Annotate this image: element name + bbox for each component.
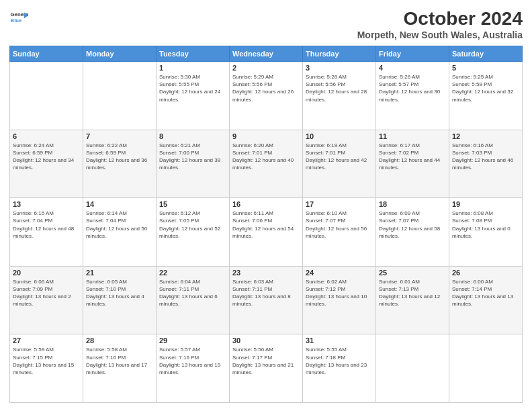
day-number: 18 [379,200,446,208]
day-number: 6 [13,132,80,140]
cell-info: Sunrise: 6:09 AMSunset: 7:07 PMDaylight:… [379,210,446,240]
calendar-cell: 21Sunrise: 6:05 AMSunset: 7:10 PMDayligh… [83,266,157,334]
calendar-week-row: 1Sunrise: 5:30 AMSunset: 5:55 PMDaylight… [10,62,523,130]
calendar-cell: 20Sunrise: 6:06 AMSunset: 7:09 PMDayligh… [10,266,83,334]
cell-info: Sunrise: 6:10 AMSunset: 7:07 PMDaylight:… [306,210,373,240]
cell-info: Sunrise: 6:16 AMSunset: 7:03 PMDaylight:… [452,142,519,172]
calendar-cell: 15Sunrise: 6:12 AMSunset: 7:05 PMDayligh… [157,198,230,267]
subtitle: Morpeth, New South Wales, Australia [357,30,523,40]
day-number: 27 [13,336,80,345]
calendar-cell: 10Sunrise: 6:19 AMSunset: 7:01 PMDayligh… [303,130,376,198]
col-saturday: Saturday [449,46,523,62]
day-number: 30 [232,336,300,345]
day-number: 15 [159,200,226,208]
calendar-cell: 29Sunrise: 5:57 AMSunset: 7:16 PMDayligh… [157,334,230,403]
cell-info: Sunrise: 6:11 AMSunset: 7:06 PMDaylight:… [232,210,300,240]
cell-info: Sunrise: 6:04 AMSunset: 7:11 PMDaylight:… [159,278,226,308]
page: General Blue October 2024 Morpeth, New S… [0,0,532,411]
cell-info: Sunrise: 6:01 AMSunset: 7:13 PMDaylight:… [379,278,446,308]
cell-info: Sunrise: 6:02 AMSunset: 7:12 PMDaylight:… [306,278,373,308]
calendar-cell: 9Sunrise: 6:20 AMSunset: 7:01 PMDaylight… [230,130,303,198]
day-number: 8 [159,132,226,140]
svg-text:Blue: Blue [11,17,23,24]
day-number: 22 [159,269,226,277]
calendar-cell: 18Sunrise: 6:09 AMSunset: 7:07 PMDayligh… [376,198,449,267]
cell-info: Sunrise: 6:00 AMSunset: 7:14 PMDaylight:… [452,278,519,308]
header: General Blue October 2024 Morpeth, New S… [9,8,523,40]
day-number: 13 [13,200,80,208]
day-number: 7 [86,132,153,140]
col-tuesday: Tuesday [157,46,230,62]
day-number: 2 [232,64,300,72]
cell-info: Sunrise: 5:59 AMSunset: 7:15 PMDaylight:… [13,346,80,376]
day-number: 23 [232,269,300,277]
calendar-cell: 28Sunrise: 5:58 AMSunset: 7:16 PMDayligh… [83,334,157,403]
cell-info: Sunrise: 6:14 AMSunset: 7:04 PMDaylight:… [86,210,153,240]
calendar-cell: 24Sunrise: 6:02 AMSunset: 7:12 PMDayligh… [303,266,376,334]
cell-info: Sunrise: 6:05 AMSunset: 7:10 PMDaylight:… [86,278,153,308]
logo-icon: General Blue [9,8,28,27]
calendar-cell: 14Sunrise: 6:14 AMSunset: 7:04 PMDayligh… [83,198,157,267]
cell-info: Sunrise: 5:57 AMSunset: 7:16 PMDaylight:… [159,346,226,376]
cell-info: Sunrise: 5:30 AMSunset: 5:55 PMDaylight:… [159,73,226,103]
calendar-cell [83,62,157,130]
calendar-cell: 12Sunrise: 6:16 AMSunset: 7:03 PMDayligh… [449,130,523,198]
calendar-cell [449,334,523,403]
cell-info: Sunrise: 6:06 AMSunset: 7:09 PMDaylight:… [13,278,80,308]
day-number: 16 [232,200,300,208]
cell-info: Sunrise: 6:24 AMSunset: 6:59 PMDaylight:… [13,142,80,172]
calendar-cell: 3Sunrise: 5:28 AMSunset: 5:56 PMDaylight… [303,62,376,130]
day-number: 20 [13,269,80,277]
cell-info: Sunrise: 6:20 AMSunset: 7:01 PMDaylight:… [232,142,300,172]
day-number: 11 [379,132,446,140]
day-number: 3 [306,64,373,72]
col-wednesday: Wednesday [230,46,303,62]
calendar-cell: 13Sunrise: 6:15 AMSunset: 7:04 PMDayligh… [10,198,83,267]
day-number: 28 [86,336,153,345]
day-number: 12 [452,132,519,140]
calendar-cell: 30Sunrise: 5:56 AMSunset: 7:17 PMDayligh… [230,334,303,403]
cell-info: Sunrise: 6:17 AMSunset: 7:02 PMDaylight:… [379,142,446,172]
day-number: 1 [159,64,226,72]
calendar-cell: 17Sunrise: 6:10 AMSunset: 7:07 PMDayligh… [303,198,376,267]
calendar-cell: 2Sunrise: 5:29 AMSunset: 5:56 PMDaylight… [230,62,303,130]
cell-info: Sunrise: 5:58 AMSunset: 7:16 PMDaylight:… [86,346,153,376]
calendar-header-row: Sunday Monday Tuesday Wednesday Thursday… [10,46,523,62]
cell-info: Sunrise: 6:22 AMSunset: 6:59 PMDaylight:… [86,142,153,172]
calendar-cell: 6Sunrise: 6:24 AMSunset: 6:59 PMDaylight… [10,130,83,198]
cell-info: Sunrise: 6:19 AMSunset: 7:01 PMDaylight:… [306,142,373,172]
calendar-week-row: 6Sunrise: 6:24 AMSunset: 6:59 PMDaylight… [10,130,523,198]
calendar-cell: 16Sunrise: 6:11 AMSunset: 7:06 PMDayligh… [230,198,303,267]
col-friday: Friday [376,46,449,62]
col-sunday: Sunday [10,46,83,62]
cell-info: Sunrise: 6:08 AMSunset: 7:08 PMDaylight:… [452,210,519,240]
calendar-cell: 19Sunrise: 6:08 AMSunset: 7:08 PMDayligh… [449,198,523,267]
day-number: 26 [452,269,519,277]
main-title: October 2024 [357,8,523,30]
calendar-week-row: 13Sunrise: 6:15 AMSunset: 7:04 PMDayligh… [10,198,523,267]
calendar-cell: 5Sunrise: 5:25 AMSunset: 5:58 PMDaylight… [449,62,523,130]
calendar-cell: 22Sunrise: 6:04 AMSunset: 7:11 PMDayligh… [157,266,230,334]
calendar-cell: 11Sunrise: 6:17 AMSunset: 7:02 PMDayligh… [376,130,449,198]
day-number: 19 [452,200,519,208]
cell-info: Sunrise: 6:21 AMSunset: 7:00 PMDaylight:… [159,142,226,172]
day-number: 14 [86,200,153,208]
calendar-cell: 23Sunrise: 6:03 AMSunset: 7:11 PMDayligh… [230,266,303,334]
calendar-cell: 4Sunrise: 5:26 AMSunset: 5:57 PMDaylight… [376,62,449,130]
cell-info: Sunrise: 6:03 AMSunset: 7:11 PMDaylight:… [232,278,300,308]
calendar-cell: 7Sunrise: 6:22 AMSunset: 6:59 PMDaylight… [83,130,157,198]
cell-info: Sunrise: 5:25 AMSunset: 5:58 PMDaylight:… [452,73,519,103]
calendar-cell: 1Sunrise: 5:30 AMSunset: 5:55 PMDaylight… [157,62,230,130]
calendar-cell: 26Sunrise: 6:00 AMSunset: 7:14 PMDayligh… [449,266,523,334]
cell-info: Sunrise: 5:26 AMSunset: 5:57 PMDaylight:… [379,73,446,103]
cell-info: Sunrise: 5:56 AMSunset: 7:17 PMDaylight:… [232,346,300,376]
day-number: 17 [306,200,373,208]
calendar-cell: 8Sunrise: 6:21 AMSunset: 7:00 PMDaylight… [157,130,230,198]
day-number: 4 [379,64,446,72]
calendar-cell: 31Sunrise: 5:55 AMSunset: 7:18 PMDayligh… [303,334,376,403]
calendar-week-row: 27Sunrise: 5:59 AMSunset: 7:15 PMDayligh… [10,334,523,403]
col-monday: Monday [83,46,157,62]
day-number: 24 [306,269,373,277]
day-number: 25 [379,269,446,277]
day-number: 5 [452,64,519,72]
